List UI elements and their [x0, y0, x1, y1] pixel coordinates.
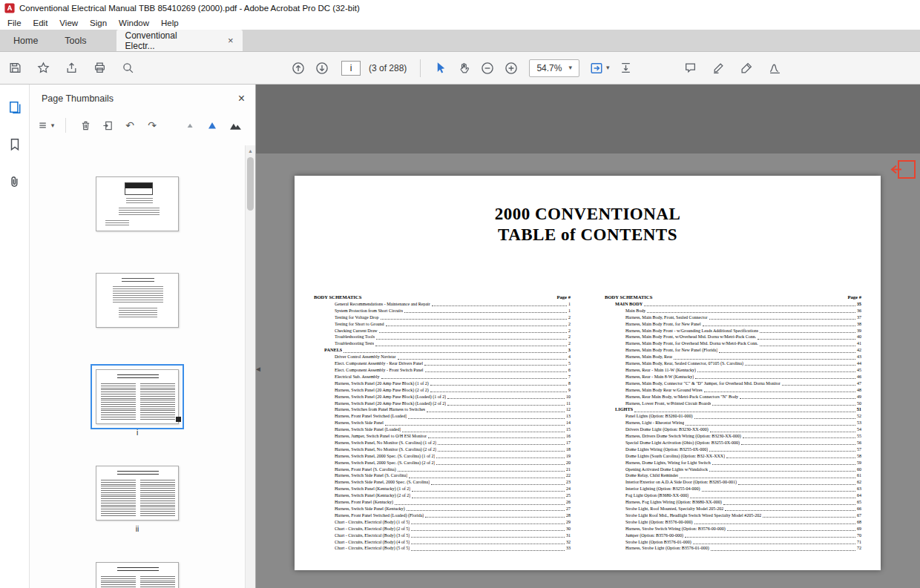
- menu-file[interactable]: File: [1, 19, 27, 27]
- tab-document[interactable]: Conventional Electr... ×: [116, 30, 243, 51]
- collapse-panel-arrow[interactable]: ◄: [256, 365, 262, 373]
- toc-entry: Harness, Switch Panel (20 Amp Fuse Block…: [314, 380, 571, 387]
- share-button[interactable]: [61, 58, 82, 79]
- next-page-icon: [315, 62, 329, 75]
- scrollbar-up-arrow[interactable]: ▲: [246, 145, 255, 156]
- toc-entry: Chart - Circuits, Electrical (Body) (4 o…: [314, 539, 571, 546]
- zoom-level-value: 54.7%: [536, 63, 562, 73]
- toc-entry: Harness, Switch Side Panel14: [314, 420, 571, 426]
- thumbnail-preview: [96, 273, 179, 328]
- toc-entry: Harness, Main Body, Rear43: [605, 354, 861, 360]
- menu-sign[interactable]: Sign: [84, 19, 113, 27]
- scroll-mode-icon: [620, 62, 632, 74]
- acrobat-app-icon: [4, 3, 15, 13]
- select-tool-button[interactable]: [430, 58, 450, 79]
- menu-view[interactable]: View: [53, 19, 84, 27]
- toc-entry: Electrical Sub. Assembly7: [314, 374, 571, 380]
- document-view[interactable]: ◄ 2000 CONVENTIONAL TABLE of CONTENTS BO…: [256, 85, 920, 588]
- zoom-out-button[interactable]: [477, 58, 498, 79]
- chevron-down-icon: ▾: [606, 65, 610, 71]
- print-icon: [93, 62, 106, 74]
- pages-panel-icon: [8, 101, 22, 114]
- save-icon: [9, 62, 22, 74]
- menu-help[interactable]: Help: [155, 19, 185, 27]
- toc-entry: Special Dome Light Activation (Ohio) (Op…: [605, 440, 861, 446]
- signature-tool-button[interactable]: [764, 58, 785, 79]
- toc-entry: Harness, Main Body Front, w/Overhead Mtd…: [605, 334, 861, 340]
- toc-entry: Harness, Front Panel (S. Carolina)21: [314, 466, 571, 473]
- toc-entry: Strobe Light, Roof Mounted, Specialty Mo…: [605, 506, 861, 512]
- bookmarks-panel-button[interactable]: [5, 135, 24, 154]
- toc-entry: Harness, Front Panel Switched (Loaded)13: [314, 413, 571, 420]
- annotation-marker-icon[interactable]: [890, 159, 917, 183]
- panel-close-icon[interactable]: ×: [238, 93, 245, 105]
- toolbar-separator: [65, 118, 66, 133]
- extract-page-button[interactable]: [99, 116, 116, 134]
- delete-pages-button[interactable]: [76, 116, 94, 134]
- page-thumbnail[interactable]: [96, 273, 179, 369]
- toc-entry: Harness, Front Panel (Kentucky)26: [314, 499, 571, 506]
- zoom-in-icon: [505, 62, 518, 75]
- scroll-mode-button[interactable]: [615, 58, 636, 79]
- highlight-tool-button[interactable]: [708, 58, 729, 79]
- page-thumbnail[interactable]: [96, 176, 179, 273]
- zoom-out-icon: [481, 62, 494, 75]
- thumbnails-options-button[interactable]: ▾: [37, 116, 55, 134]
- toc-entry: Drivers Dome Light (Option: B3230-XX-000…: [605, 426, 861, 433]
- scrollbar-thumb[interactable]: [247, 157, 254, 211]
- toc-entry: Chart - Circuits, Electrical (Body) (1 o…: [314, 519, 571, 526]
- toc-entry: Dome Lights Wiring (Option: B3255-0X-000…: [605, 446, 861, 453]
- previous-page-button[interactable]: [288, 58, 309, 79]
- toc-entry: Harness, Switch Panel (20 Amp Fuse Block…: [314, 394, 571, 400]
- navigation-rail: [0, 85, 30, 588]
- toc-entry: Main Body36: [605, 308, 861, 314]
- menu-edit[interactable]: Edit: [27, 19, 54, 27]
- zoom-level-select[interactable]: 54.7% ▾: [529, 59, 579, 77]
- thumbnail-preview: [96, 562, 179, 588]
- page-thumbnail[interactable]: ii: [96, 466, 179, 562]
- menu-window[interactable]: Window: [113, 19, 155, 27]
- enlarge-thumbnails-button[interactable]: [226, 116, 244, 134]
- toc-entry: Strobe Light (Option: B3576-00-000)68: [605, 519, 861, 526]
- rotate-left-button[interactable]: ↶: [121, 116, 139, 134]
- toc-entry: Harness, Drivers Dome Switch Wiring (Opt…: [605, 433, 861, 440]
- favorite-button[interactable]: [33, 58, 53, 79]
- thumbnail-preview: [96, 176, 179, 231]
- thumbnail-size-button[interactable]: [204, 116, 222, 134]
- toc-entry: Harness, Rear - Main 11-W (Kentucky)45: [605, 367, 861, 374]
- page-thumbnail[interactable]: i: [96, 369, 179, 466]
- tab-home[interactable]: Home: [0, 30, 51, 51]
- toc-entry: Chart - Circuits, Electrical (Body) (2 o…: [314, 526, 571, 532]
- toc-entry: Harness, Rear - Main 8-W (Kentucky)46: [605, 374, 861, 380]
- toolbar-annotate-group: [680, 52, 785, 84]
- toc-entry: Harness, Main Body Front - w/Grounding L…: [605, 328, 861, 334]
- main-area: Page Thumbnails × ▾ ↶ ↷: [0, 85, 920, 588]
- tab-tools[interactable]: Tools: [51, 30, 99, 51]
- page-thumbnail[interactable]: [96, 562, 179, 588]
- toc-entry: Driver Control Assembly Navistar4: [314, 354, 571, 360]
- attachments-panel-button[interactable]: [5, 172, 24, 191]
- reduce-thumbnails-button[interactable]: [182, 116, 200, 134]
- fill-sign-tool-button[interactable]: [736, 58, 757, 79]
- toc-entry: Harness, Strobe Switch Wiring (Option: B…: [605, 526, 861, 532]
- save-button[interactable]: [4, 58, 25, 79]
- pages-panel-button[interactable]: [5, 98, 24, 117]
- toc-entry: Elect. Component Assembly - Rear Drivers…: [314, 360, 571, 367]
- find-button[interactable]: [117, 58, 138, 79]
- toc-entry: Harness, Switch Panel, No Monitor (S. Ca…: [314, 446, 571, 453]
- toc-entry: Harness, Main Body Rear w/Ground Wires48: [605, 387, 861, 394]
- document-tab-close-icon[interactable]: ×: [228, 36, 234, 45]
- toc-entry: Harness, Switch Side Panel (Loaded)15: [314, 426, 571, 433]
- document-title-line2: TABLE of CONTENTS: [295, 225, 881, 245]
- zoom-in-button[interactable]: [501, 58, 522, 79]
- next-page-button[interactable]: [312, 58, 332, 79]
- print-button[interactable]: [89, 58, 110, 79]
- thumbnails-scrollbar[interactable]: ▲: [245, 145, 255, 588]
- comment-tool-button[interactable]: [680, 58, 700, 79]
- rotate-right-button[interactable]: ↷: [143, 116, 161, 134]
- select-tool-icon: [434, 62, 447, 74]
- page-number-input[interactable]: [341, 61, 361, 76]
- hand-tool-button[interactable]: [453, 58, 474, 79]
- bookmarks-panel-icon: [8, 138, 22, 151]
- fit-page-select[interactable]: ▾: [590, 62, 610, 75]
